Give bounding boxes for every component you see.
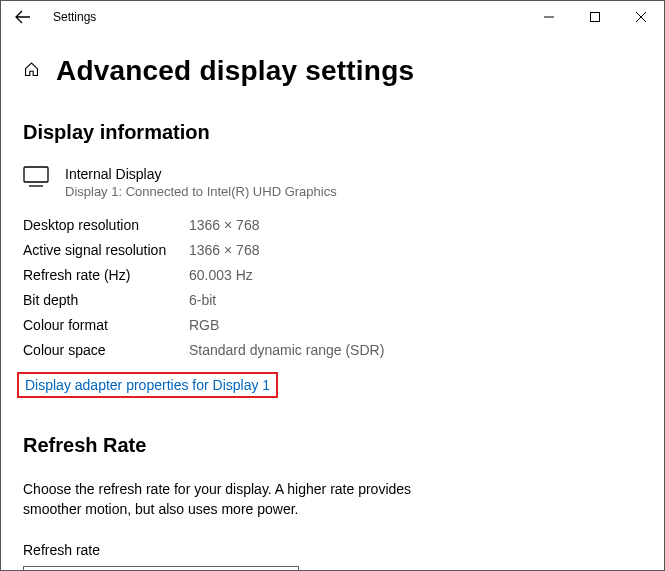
info-value: 1366 × 768 xyxy=(189,217,259,233)
refresh-rate-dropdown[interactable]: 60.003 Hz xyxy=(23,566,299,571)
table-row: Colour format RGB xyxy=(23,317,642,333)
close-icon xyxy=(636,12,646,22)
info-label: Desktop resolution xyxy=(23,217,189,233)
minimize-button[interactable] xyxy=(526,1,572,33)
info-label: Bit depth xyxy=(23,292,189,308)
refresh-rate-field-label: Refresh rate xyxy=(23,542,642,558)
minimize-icon xyxy=(544,12,554,22)
svg-rect-1 xyxy=(24,167,48,182)
maximize-icon xyxy=(590,12,600,22)
info-value: Standard dynamic range (SDR) xyxy=(189,342,384,358)
table-row: Active signal resolution 1366 × 768 xyxy=(23,242,642,258)
display-info-table: Desktop resolution 1366 × 768 Active sig… xyxy=(23,217,642,358)
page-header: Advanced display settings xyxy=(23,55,642,87)
svg-rect-0 xyxy=(591,13,600,22)
info-label: Refresh rate (Hz) xyxy=(23,267,189,283)
page-title: Advanced display settings xyxy=(56,55,414,87)
device-sub: Display 1: Connected to Intel(R) UHD Gra… xyxy=(65,184,337,199)
info-value: 60.003 Hz xyxy=(189,267,253,283)
device-name: Internal Display xyxy=(65,166,337,182)
refresh-rate-heading: Refresh Rate xyxy=(23,434,642,457)
window-controls xyxy=(526,1,664,33)
home-glyph-icon xyxy=(23,61,40,78)
titlebar-label: Settings xyxy=(45,10,96,24)
titlebar: Settings xyxy=(1,1,664,33)
table-row: Refresh rate (Hz) 60.003 Hz xyxy=(23,267,642,283)
content-area: Advanced display settings Display inform… xyxy=(1,33,664,571)
home-icon[interactable] xyxy=(23,61,40,82)
info-label: Active signal resolution xyxy=(23,242,189,258)
display-info-heading: Display information xyxy=(23,121,642,144)
display-adapter-properties-link[interactable]: Display adapter properties for Display 1 xyxy=(17,372,278,398)
back-arrow-icon xyxy=(15,10,31,24)
table-row: Bit depth 6-bit xyxy=(23,292,642,308)
info-value: 6-bit xyxy=(189,292,216,308)
refresh-rate-description: Choose the refresh rate for your display… xyxy=(23,479,453,520)
table-row: Colour space Standard dynamic range (SDR… xyxy=(23,342,642,358)
monitor-icon xyxy=(23,166,49,188)
table-row: Desktop resolution 1366 × 768 xyxy=(23,217,642,233)
device-row: Internal Display Display 1: Connected to… xyxy=(23,166,642,199)
back-button[interactable] xyxy=(1,1,45,33)
device-text: Internal Display Display 1: Connected to… xyxy=(65,166,337,199)
close-button[interactable] xyxy=(618,1,664,33)
info-value: 1366 × 768 xyxy=(189,242,259,258)
info-label: Colour space xyxy=(23,342,189,358)
info-value: RGB xyxy=(189,317,219,333)
maximize-button[interactable] xyxy=(572,1,618,33)
info-label: Colour format xyxy=(23,317,189,333)
